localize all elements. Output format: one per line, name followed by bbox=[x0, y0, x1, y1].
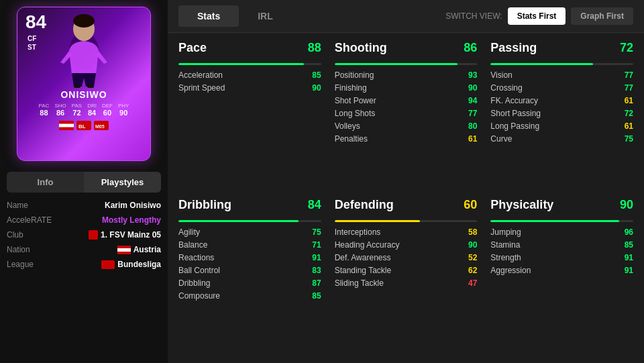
cat-name-physicality: Physicality bbox=[490, 198, 553, 212]
stat-value: 85 bbox=[625, 240, 633, 250]
stat-row: Crossing77 bbox=[490, 83, 633, 93]
cat-name-shooting: Shooting bbox=[335, 41, 387, 55]
card-stat-def: DEF 60 bbox=[102, 103, 113, 117]
cat-header-shooting: Shooting86 bbox=[335, 41, 478, 58]
stat-name: Long Passing bbox=[490, 121, 539, 131]
stat-value: 91 bbox=[625, 266, 633, 275]
stat-row: Dribbling87 bbox=[178, 278, 321, 288]
austria-flag-icon bbox=[59, 121, 74, 130]
stat-value: 58 bbox=[468, 227, 477, 237]
cat-value-defending: 60 bbox=[464, 198, 477, 212]
stat-row: Positioning93 bbox=[335, 70, 478, 80]
stat-name: Positioning bbox=[335, 70, 374, 80]
svg-text:BL: BL bbox=[78, 123, 86, 129]
cat-value-physicality: 90 bbox=[620, 198, 633, 212]
stat-name: Composure bbox=[178, 291, 220, 301]
switch-btn-stats-first[interactable]: Stats First bbox=[508, 7, 566, 25]
cat-name-pace: Pace bbox=[178, 41, 207, 55]
switch-view: SWITCH VIEW: Stats First Graph First bbox=[445, 7, 633, 25]
cat-name-defending: Defending bbox=[335, 198, 394, 212]
stat-category-passing: Passing72Vision77Crossing77FK. Accuracy6… bbox=[490, 41, 633, 198]
stat-value: 83 bbox=[312, 266, 321, 275]
bundesliga-small-icon bbox=[101, 260, 115, 269]
stat-name: Crossing bbox=[490, 83, 522, 93]
stat-row: Volleys80 bbox=[335, 121, 478, 131]
stat-value: 94 bbox=[468, 96, 477, 105]
info-value-club: 1. FSV Mainz 05 bbox=[89, 230, 161, 240]
cat-name-dribbling: Dribbling bbox=[178, 198, 231, 212]
cat-bar-fill-physicality bbox=[490, 220, 619, 222]
stat-category-shooting: Shooting86Positioning93Finishing90Shot P… bbox=[335, 41, 478, 198]
card-position: CF ST bbox=[28, 34, 36, 52]
stats-grid: Pace88Acceleration85Sprint Speed90Shooti… bbox=[168, 33, 644, 363]
info-row-name: Name Karim Onisiwo bbox=[7, 201, 161, 210]
tab-irl[interactable]: IRL bbox=[239, 5, 292, 27]
cat-bar-fill-shooting bbox=[335, 63, 458, 65]
svg-point-2 bbox=[73, 14, 95, 28]
stat-name: Finishing bbox=[335, 83, 367, 93]
card-stat-dri: DRI 84 bbox=[87, 103, 97, 117]
stat-row: Strength91 bbox=[490, 253, 633, 262]
cat-bar-fill-passing bbox=[490, 63, 593, 65]
cat-bar-passing bbox=[490, 63, 633, 65]
svg-rect-11 bbox=[89, 230, 98, 240]
cat-bar-fill-dribbling bbox=[178, 220, 299, 222]
info-content: Name Karim Onisiwo AcceleRATE Mostly Len… bbox=[7, 201, 161, 274]
cat-header-pace: Pace88 bbox=[178, 41, 321, 58]
stat-row: Balance71 bbox=[178, 240, 321, 250]
stat-row: Stamina85 bbox=[490, 240, 633, 250]
card-stat-phy: PHY 90 bbox=[118, 103, 129, 117]
stat-value: 61 bbox=[625, 121, 633, 131]
stat-name: FK. Accuracy bbox=[490, 96, 538, 105]
stat-name: Dribbling bbox=[178, 278, 210, 288]
cat-header-defending: Defending60 bbox=[335, 198, 478, 215]
stat-row: Sliding Tackle47 bbox=[335, 278, 478, 288]
svg-rect-3 bbox=[74, 85, 80, 88]
cat-bar-dribbling bbox=[178, 220, 321, 222]
cat-value-dribbling: 84 bbox=[308, 198, 321, 212]
card-stat-sho: SHO 86 bbox=[54, 103, 66, 117]
stat-name: Shot Power bbox=[335, 96, 376, 105]
cat-header-dribbling: Dribbling84 bbox=[178, 198, 321, 215]
stat-row: Sprint Speed90 bbox=[178, 83, 321, 93]
info-label-club: Club bbox=[7, 230, 23, 240]
stat-row: Agility75 bbox=[178, 227, 321, 237]
stat-value: 87 bbox=[312, 278, 321, 288]
info-value-accelerate: Mostly Lengthy bbox=[102, 215, 161, 225]
stat-value: 90 bbox=[468, 83, 477, 93]
stat-row: Penalties61 bbox=[335, 134, 478, 144]
stat-name: Standing Tackle bbox=[335, 266, 392, 275]
tab-info[interactable]: Info bbox=[7, 172, 84, 193]
player-card: 84 CF ST Onisiwo PAC bbox=[17, 7, 151, 161]
stat-row: Heading Accuracy90 bbox=[335, 240, 478, 250]
tab-stats[interactable]: Stats bbox=[178, 5, 239, 27]
stat-value: 91 bbox=[625, 253, 633, 262]
cat-name-passing: Passing bbox=[490, 41, 537, 55]
stat-value: 61 bbox=[625, 96, 633, 105]
stat-row: Interceptions58 bbox=[335, 227, 478, 237]
stat-name: Balance bbox=[178, 240, 207, 250]
stat-value: 52 bbox=[468, 253, 477, 262]
svg-text:M05: M05 bbox=[95, 124, 105, 129]
stat-name: Sprint Speed bbox=[178, 83, 225, 93]
card-rating: 84 bbox=[25, 13, 46, 32]
cat-value-pace: 88 bbox=[308, 41, 321, 55]
stat-row: Reactions91 bbox=[178, 253, 321, 262]
stat-value: 77 bbox=[625, 70, 633, 80]
stat-value: 72 bbox=[625, 109, 633, 118]
card-stats-row: PAC 88 SHO 86 PAS 72 DRI 84 DEF 60 PHY 9… bbox=[39, 103, 129, 117]
nav-tabs: Stats IRL bbox=[178, 5, 292, 27]
switch-btn-graph-first[interactable]: Graph First bbox=[571, 7, 633, 25]
stat-value: 91 bbox=[312, 253, 321, 262]
top-nav: Stats IRL SWITCH VIEW: Stats First Graph… bbox=[168, 0, 644, 33]
stat-category-pace: Pace88Acceleration85Sprint Speed90 bbox=[178, 41, 321, 198]
right-panel: Stats IRL SWITCH VIEW: Stats First Graph… bbox=[168, 0, 644, 363]
tab-playstyles[interactable]: Playstyles bbox=[84, 172, 161, 193]
stat-name: Strength bbox=[490, 253, 521, 262]
stat-name: Heading Accuracy bbox=[335, 240, 400, 250]
stat-value: 90 bbox=[468, 240, 477, 250]
stat-row: Def. Awareness52 bbox=[335, 253, 478, 262]
left-panel: 84 CF ST Onisiwo PAC bbox=[0, 0, 168, 363]
info-row-league: League Bundesliga bbox=[7, 260, 161, 269]
svg-rect-6 bbox=[59, 124, 74, 127]
